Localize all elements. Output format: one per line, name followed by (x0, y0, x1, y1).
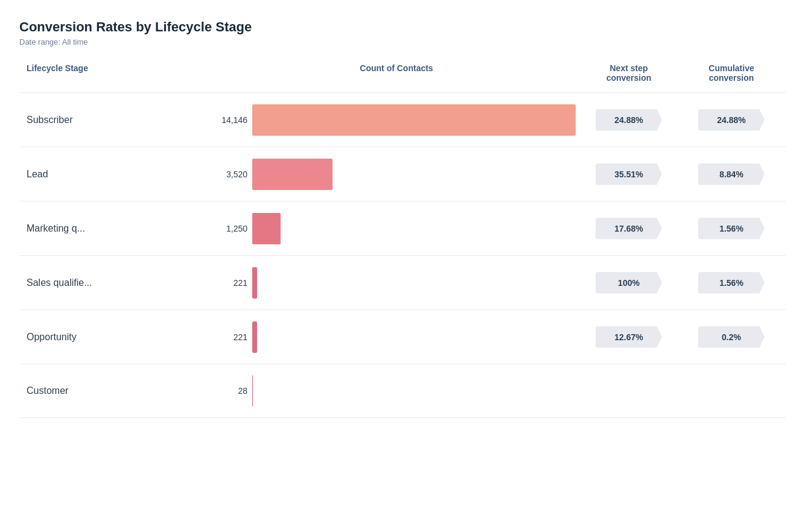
bar-fill-5 (252, 375, 253, 407)
table-row: Opportunity 221 12.67% 0.2% (19, 309, 786, 364)
next-conversion-badge-1: 35.51% (596, 163, 662, 185)
bar-fill-1 (252, 159, 332, 190)
next-conversion-badge-2: 17.68% (596, 218, 662, 239)
cell-next-conversion-2: 17.68% (581, 211, 677, 247)
cell-stage-4: Opportunity (19, 322, 212, 352)
cumulative-badge-2: 1.56% (698, 218, 765, 239)
bar-container-4 (252, 321, 576, 353)
bar-count-4: 221 (217, 332, 247, 342)
cell-bar-3: 221 (212, 258, 581, 308)
next-conversion-badge-4: 12.67% (596, 326, 662, 348)
cell-cumulative-0: 24.88% (677, 102, 786, 138)
bar-fill-3 (252, 267, 257, 299)
bar-fill-2 (252, 213, 281, 244)
cell-cumulative-4: 0.2% (677, 319, 786, 355)
cell-bar-4: 221 (212, 312, 581, 363)
cell-next-conversion-4: 12.67% (581, 319, 677, 355)
col-header-stage: Lifecycle Stage (19, 59, 212, 87)
cell-cumulative-3: 1.56% (677, 265, 786, 301)
col-header-next-conversion: Next step conversion (581, 59, 677, 87)
bar-fill-0 (252, 104, 576, 136)
cell-bar-1: 3,520 (212, 149, 581, 200)
cumulative-badge-3: 1.56% (698, 272, 765, 294)
report-container: Conversion Rates by Lifecycle Stage Date… (19, 19, 786, 418)
cell-bar-2: 1,250 (212, 203, 581, 254)
cell-stage-5: Customer (19, 376, 212, 406)
table-header: Lifecycle Stage Count of Contacts Next s… (19, 59, 786, 92)
bar-container-0 (252, 104, 576, 136)
bar-fill-4 (252, 321, 257, 353)
table-row: Sales qualifie... 221 100% 1.56% (19, 255, 786, 309)
cumulative-badge-1: 8.84% (698, 163, 765, 185)
bar-count-2: 1,250 (217, 224, 247, 233)
table-row: Marketing q... 1,250 17.68% 1.56% (19, 201, 786, 255)
table: Lifecycle Stage Count of Contacts Next s… (19, 59, 786, 418)
bar-container-1 (252, 159, 576, 190)
bar-container-3 (252, 267, 576, 299)
table-row: Customer 28 (19, 364, 786, 418)
table-row: Lead 3,520 35.51% 8.84% (19, 147, 786, 201)
bar-count-3: 221 (217, 278, 247, 288)
bar-count-5: 28 (217, 386, 247, 396)
next-conversion-badge-0: 24.88% (596, 109, 662, 131)
cell-next-conversion-1: 35.51% (581, 156, 677, 192)
table-row: Subscriber 14,146 24.88% 24.88% (19, 92, 786, 147)
cell-bar-5: 28 (212, 366, 581, 416)
cell-stage-2: Marketing q... (19, 214, 212, 244)
cell-stage-3: Sales qualifie... (19, 268, 212, 298)
cell-stage-1: Lead (19, 159, 212, 189)
cell-stage-0: Subscriber (19, 105, 212, 135)
date-range: Date range: All time (19, 37, 786, 46)
report-title: Conversion Rates by Lifecycle Stage (19, 19, 786, 35)
cell-next-conversion-0: 24.88% (581, 102, 677, 138)
bar-count-0: 14,146 (217, 115, 247, 125)
cell-bar-0: 14,146 (212, 95, 581, 145)
date-range-value: All time (62, 37, 88, 46)
bar-container-5 (252, 375, 576, 407)
cell-cumulative-2: 1.56% (677, 211, 786, 247)
cumulative-badge-0: 24.88% (698, 109, 765, 131)
col-header-count: Count of Contacts (212, 59, 581, 87)
col-header-cumulative: Cumulative conversion (677, 59, 786, 87)
cell-cumulative-1: 8.84% (677, 156, 786, 192)
bar-container-2 (252, 213, 576, 244)
bar-count-1: 3,520 (217, 169, 247, 179)
next-conversion-badge-3: 100% (596, 272, 662, 294)
cell-next-conversion-3: 100% (581, 265, 677, 301)
date-range-label: Date range: (19, 37, 60, 46)
cumulative-badge-4: 0.2% (698, 326, 765, 348)
table-body: Subscriber 14,146 24.88% 24.88% Lead 3,5… (19, 92, 786, 418)
